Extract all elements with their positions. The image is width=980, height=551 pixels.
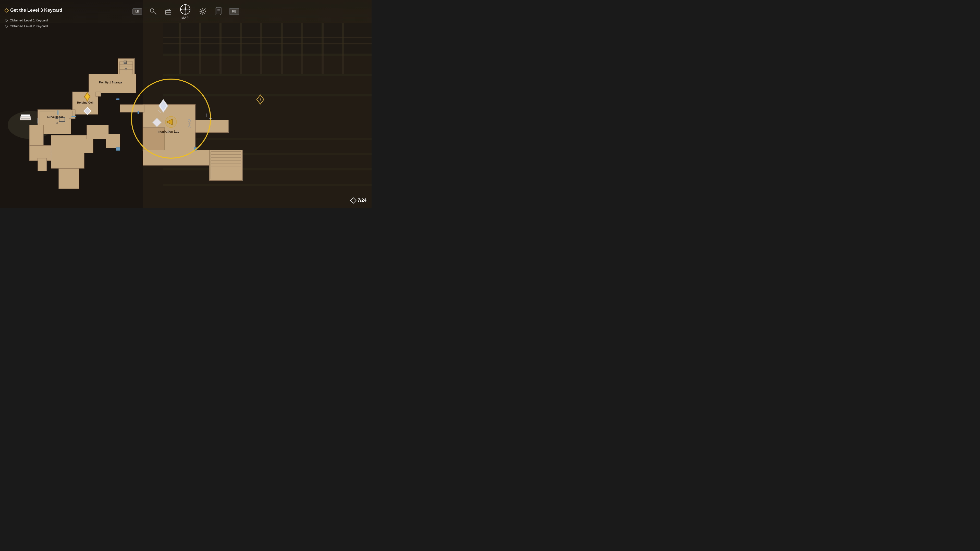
- svg-marker-10: [185, 9, 189, 10]
- quest-title: Get the Level 3 Keycard: [5, 8, 76, 15]
- svg-text:⊟: ⊟: [123, 60, 127, 65]
- obj1-circle: [5, 19, 8, 22]
- svg-text:Incubation Lab: Incubation Lab: [158, 130, 179, 133]
- svg-rect-64: [87, 125, 108, 139]
- svg-rect-39: [301, 23, 303, 74]
- svg-rect-34: [199, 23, 201, 74]
- svg-point-0: [150, 9, 154, 12]
- map-svg: ⊞ ⊟: [0, 23, 372, 208]
- svg-text:⊟: ⊟: [125, 68, 127, 71]
- svg-rect-27: [163, 23, 372, 54]
- svg-rect-58: [96, 92, 101, 97]
- svg-rect-84: [57, 110, 59, 115]
- counter-diamond-icon: [350, 197, 356, 203]
- svg-rect-41: [342, 23, 344, 74]
- svg-rect-124: [138, 111, 139, 114]
- svg-rect-85: [72, 116, 76, 117]
- svg-rect-31: [163, 37, 372, 38]
- nav-icon-briefcase[interactable]: [164, 8, 172, 15]
- svg-rect-40: [321, 23, 324, 74]
- svg-rect-123: [116, 98, 119, 100]
- map-container[interactable]: ⊞ ⊟: [0, 23, 372, 208]
- svg-marker-11: [181, 9, 185, 10]
- lb-button[interactable]: LB: [132, 8, 142, 14]
- nav-icon-map-compass[interactable]: MAP: [180, 4, 191, 19]
- item-counter: 7/24: [351, 198, 366, 203]
- svg-text:⊟: ⊟: [56, 121, 58, 124]
- obj2-circle: [5, 25, 8, 27]
- quest-diamond-icon: [5, 8, 9, 13]
- svg-text:!: !: [260, 98, 261, 102]
- svg-rect-30: [163, 94, 372, 97]
- svg-rect-37: [260, 23, 262, 74]
- map-label: MAP: [181, 16, 189, 19]
- svg-rect-29: [163, 74, 372, 76]
- quest-panel: Get the Level 3 Keycard Obtained Level 1…: [5, 8, 76, 30]
- obj2-text: Obtained Level 2 Keycard: [10, 24, 48, 28]
- svg-rect-81: [59, 168, 79, 189]
- svg-text:Holding Cell: Holding Cell: [77, 101, 94, 104]
- nav-icon-gear[interactable]: [199, 7, 207, 16]
- svg-rect-38: [281, 23, 283, 74]
- nav-icon-key[interactable]: [150, 8, 157, 15]
- svg-rect-80: [51, 153, 84, 168]
- quest-objective-1: Obtained Level 1 Keycard: [5, 18, 76, 22]
- svg-rect-32: [163, 43, 372, 44]
- svg-rect-28: [163, 54, 372, 56]
- quest-objective-2: Obtained Level 2 Keycard: [5, 24, 76, 28]
- svg-rect-60: [29, 125, 43, 148]
- svg-rect-65: [106, 134, 120, 148]
- svg-rect-36: [240, 23, 242, 74]
- svg-rect-45: [163, 184, 372, 186]
- svg-rect-35: [220, 23, 221, 74]
- svg-rect-89: [21, 114, 30, 117]
- counter-value: 7/24: [358, 198, 366, 203]
- svg-rect-33: [179, 23, 181, 74]
- svg-text:Facility 1 Storage: Facility 1 Storage: [99, 81, 122, 84]
- quest-title-text: Get the Level 3 Keycard: [10, 8, 62, 13]
- rb-button[interactable]: RB: [229, 8, 239, 14]
- svg-rect-82: [116, 148, 120, 151]
- svg-text:Surveillance: Surveillance: [47, 115, 64, 118]
- obj1-text: Obtained Level 1 Keycard: [10, 18, 48, 22]
- svg-rect-44: [163, 168, 372, 170]
- nav-icon-document[interactable]: [215, 7, 221, 16]
- svg-point-16: [201, 10, 204, 13]
- svg-rect-68: [195, 120, 228, 133]
- svg-rect-62: [38, 158, 47, 171]
